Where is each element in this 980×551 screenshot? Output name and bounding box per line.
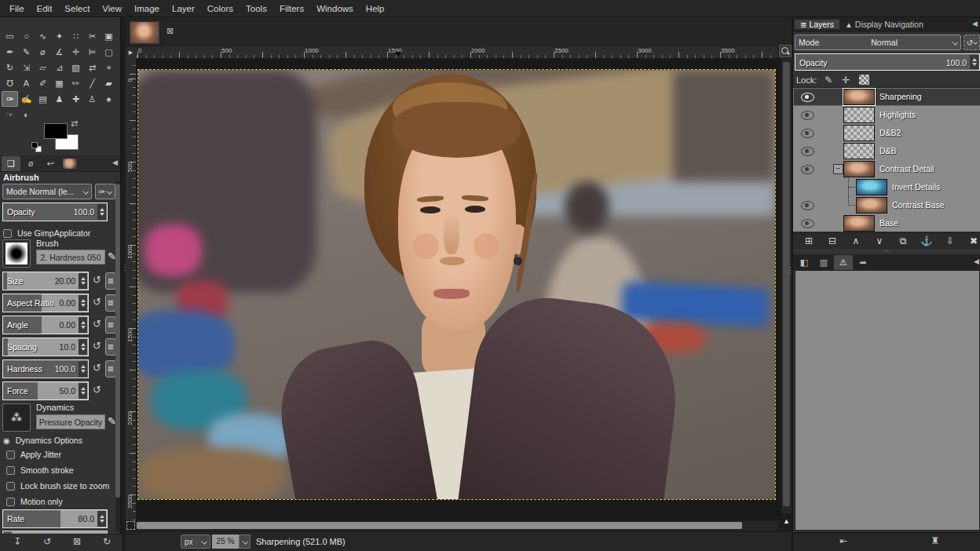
layer-opacity-slider[interactable]: Opacity 100.0	[795, 53, 980, 71]
swap-colors-icon[interactable]: ⇄	[71, 119, 78, 129]
collapse-dock-icon[interactable]: ◀	[974, 257, 979, 265]
reset-icon[interactable]: ↺	[93, 385, 101, 396]
tool-option-checkbox[interactable]: Lock brush size to zoom	[6, 480, 120, 492]
brush-thumbnail[interactable]	[2, 239, 31, 268]
layer-row-db[interactable]: − D&B	[793, 142, 980, 160]
anchor-layer-button[interactable]: ⚓	[917, 234, 936, 249]
size-slider[interactable]: Size 20.00	[2, 272, 89, 290]
force-slider[interactable]: Force 50.0	[2, 381, 89, 400]
default-colors-icon[interactable]	[31, 142, 44, 155]
mode-group-button[interactable]: ↺	[964, 35, 980, 50]
spin-buttons[interactable]	[79, 383, 87, 399]
dynamics-name-field[interactable]: Pressure Opacity	[36, 414, 105, 429]
reset-icon[interactable]: ↺	[93, 297, 101, 308]
tool-3d-transform[interactable]: ▧	[68, 60, 84, 75]
spin-buttons[interactable]	[79, 273, 87, 289]
menu-item[interactable]: Edit	[31, 2, 59, 16]
layer-mode-dropdown[interactable]: Mode Normal	[795, 35, 961, 50]
eye-icon[interactable]	[801, 110, 814, 120]
foreground-color-swatch[interactable]	[44, 123, 68, 139]
tool-flip[interactable]: ⇄	[84, 60, 101, 75]
tool-clone[interactable]: ♟	[51, 91, 68, 107]
hardness-slider[interactable]: Hardness 100.0	[2, 359, 89, 378]
dynamics-options-expander[interactable]: ◉ Dynamics Options	[3, 434, 117, 447]
pointer-tab[interactable]: ▥	[814, 255, 833, 270]
group-expander-icon[interactable]: −	[833, 164, 843, 174]
spin-buttons[interactable]	[79, 339, 87, 355]
dock-left-button[interactable]: ⇤	[836, 535, 850, 546]
layer-row-contrast-base[interactable]: − Contrast Base	[793, 196, 980, 214]
spacing-slider[interactable]: Spacing 10.0	[2, 338, 89, 356]
tool-scale[interactable]: ⇲	[18, 60, 35, 75]
tool-text[interactable]: A	[18, 75, 35, 91]
tool-measure[interactable]: ∡	[51, 44, 68, 60]
tool-airbrush[interactable]: ✑	[2, 91, 18, 107]
layer-thumbnail[interactable]	[843, 161, 875, 177]
checkbox-icon[interactable]	[6, 466, 15, 475]
menu-item[interactable]: Select	[58, 2, 96, 16]
eye-icon[interactable]	[801, 164, 814, 174]
tool-pencil[interactable]: ✏	[68, 75, 84, 91]
tool-rotate[interactable]: ↻	[2, 60, 18, 75]
save-tool-preset-button[interactable]: ↧	[9, 536, 25, 547]
layer-row-sharpening[interactable]: − Sharpening	[793, 88, 980, 106]
opacity-slider[interactable]: Opacity 100.0	[2, 203, 108, 221]
rate-slider[interactable]: Rate 80.0	[2, 509, 108, 528]
tool-option-checkbox[interactable]: Smooth stroke	[6, 464, 120, 476]
tool-foreground-select[interactable]: ▣	[101, 28, 117, 44]
horizontal-scrollbar-thumb[interactable]	[137, 522, 742, 529]
collapse-dock-icon[interactable]: ◀	[972, 20, 978, 27]
checkbox-icon[interactable]	[6, 451, 15, 459]
panel-resize-handle[interactable]: ⋮	[786, 268, 789, 272]
reset-icon[interactable]: ↺	[93, 341, 101, 352]
layer-thumbnail[interactable]	[856, 179, 887, 195]
new-layer-button[interactable]: ⊞	[799, 234, 818, 249]
raise-layer-button[interactable]: ∧	[847, 234, 865, 249]
image-menu-button[interactable]: ▶	[126, 47, 136, 58]
restore-tool-preset-button[interactable]: ↺	[39, 536, 55, 547]
tool-gradient[interactable]: ▦	[51, 75, 68, 91]
tool-paths[interactable]: ✒	[2, 44, 18, 60]
tool-eraser[interactable]: ▰	[101, 75, 117, 91]
brush-name-field[interactable]: 2. Hardness 050	[36, 250, 105, 265]
tool-bucket-fill[interactable]: ℧	[2, 75, 18, 91]
dock-right-button[interactable]: ♜	[928, 535, 942, 546]
close-icon[interactable]: ⊠	[164, 25, 176, 37]
panel-resize-handle[interactable]: ⋮	[121, 265, 124, 269]
tool-crop[interactable]: ▢	[101, 44, 117, 60]
canvas-viewport[interactable]	[136, 58, 781, 520]
menu-item[interactable]: Help	[360, 2, 391, 16]
tablet-link-button[interactable]: ▥	[105, 360, 116, 378]
dynamics-thumbnail[interactable]: ⁂	[2, 403, 31, 432]
tool-paintbrush[interactable]: ╱	[84, 75, 101, 91]
image-tab[interactable]	[128, 20, 161, 46]
tool-shear[interactable]: ▱	[35, 60, 51, 75]
checkbox-icon[interactable]	[3, 229, 12, 238]
tool-options-scrollbar[interactable]	[115, 181, 120, 532]
tool-option-checkbox[interactable]: Apply Jitter	[6, 448, 120, 461]
layer-thumbnail[interactable]	[856, 197, 887, 213]
layer-thumbnail[interactable]	[843, 143, 875, 159]
layer-row-highlights[interactable]: − Highlights	[793, 106, 980, 124]
use-gimpapplicator-checkbox[interactable]: Use GimpApplicator	[3, 227, 117, 239]
layer-row-db2[interactable]: − D&B2	[793, 124, 980, 142]
tool-align[interactable]: ⊨	[84, 44, 101, 60]
checkbox-icon[interactable]	[6, 498, 15, 506]
menu-item[interactable]: Tools	[240, 2, 273, 16]
menu-item[interactable]: View	[96, 2, 128, 16]
menu-item[interactable]: File	[3, 2, 31, 16]
zoom-value[interactable]: 25 %	[212, 535, 239, 549]
vertical-ruler[interactable]: 05001000150020002500	[126, 58, 136, 520]
tablet-link-button[interactable]: ▥	[105, 294, 116, 312]
delete-layer-button[interactable]: ✖	[964, 234, 980, 249]
reset-tool-options-button[interactable]: ↻	[99, 536, 115, 547]
collapse-dock-icon[interactable]: ◀	[112, 159, 118, 166]
tool-ellipse-select[interactable]: ○	[18, 28, 35, 44]
tool-rectangle-select[interactable]: ▭	[2, 28, 18, 44]
tool-free-select[interactable]: ∿	[35, 28, 51, 44]
duplicate-layer-button[interactable]: ⧉	[894, 234, 912, 249]
spin-buttons[interactable]	[97, 511, 106, 527]
merge-down-button[interactable]: ⇩	[941, 234, 960, 249]
delete-tool-preset-button[interactable]: ⊠	[69, 536, 85, 547]
menu-item[interactable]: Image	[128, 2, 166, 16]
